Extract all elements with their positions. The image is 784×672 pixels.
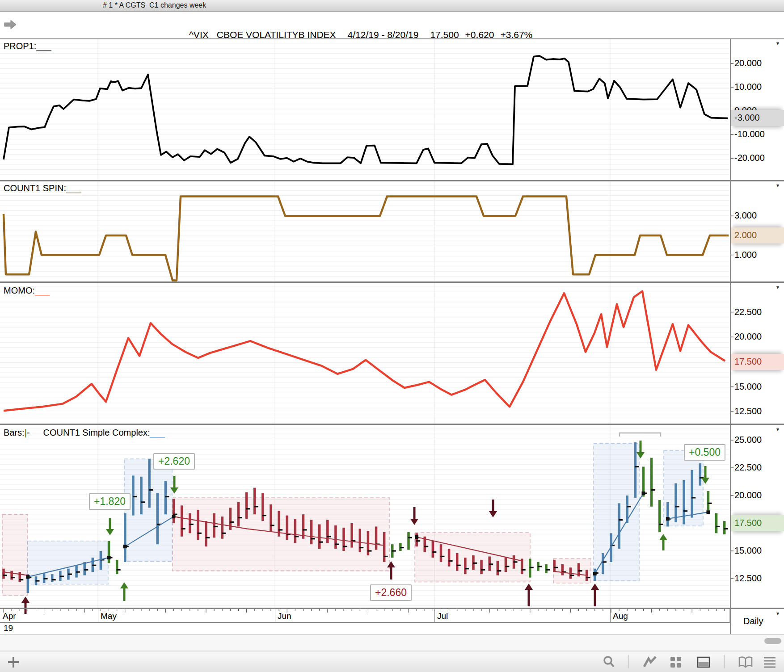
axis-tick-label: 12.500 <box>734 573 762 584</box>
month-row-border <box>0 622 730 623</box>
panel-label-text: PROP1: <box>4 41 36 51</box>
axis-tick-label: 22.500 <box>734 307 762 317</box>
axis-tick-label: -10.000 <box>734 129 765 139</box>
last-price: 17.500 <box>430 29 459 40</box>
price-change: +0.620 <box>465 29 494 40</box>
panel-label-text: ___ <box>66 183 81 193</box>
chart-plot <box>0 0 784 672</box>
price-axis-line <box>730 39 731 634</box>
panel-divider <box>0 608 784 609</box>
axis-tick-label: 10.000 <box>734 82 762 92</box>
month-separator <box>98 609 98 622</box>
axis-tick-label: 3.000 <box>734 210 757 221</box>
panel-label-text: ___ <box>35 286 50 295</box>
instrument-name: CBOE VOLATILITYB INDEX <box>217 29 336 40</box>
split-view-icon[interactable] <box>695 654 712 670</box>
axis-highlight-label: 17.500 <box>734 357 762 367</box>
panel-divider[interactable] <box>0 180 784 181</box>
month-label: Aug <box>613 611 628 621</box>
panel-label-text: ___ <box>150 428 165 437</box>
axis-tick-label: 22.500 <box>734 462 762 473</box>
month-separator <box>434 609 435 622</box>
panel-label-text: Bars: <box>4 428 25 437</box>
axis-tick-label: 20.000 <box>734 490 762 500</box>
axis-highlight-label: 2.000 <box>734 230 757 240</box>
panel-divider[interactable] <box>0 281 784 283</box>
instrument-header: ^VIXCBOE VOLATILITYB INDEX4/12/19 - 8/20… <box>0 12 784 39</box>
axis-highlight-value: 17.500 <box>731 354 784 370</box>
year-label: 19 <box>4 623 13 633</box>
axis-tick-label: 12.500 <box>734 406 762 416</box>
scrollbar-thumb[interactable] <box>764 638 781 644</box>
toolbar-divider <box>628 655 629 668</box>
signal-annotation: +2.620 <box>153 453 195 470</box>
app-window: # 1 * A CGTS C1 changes week ^VIXCBOE VO… <box>0 0 784 672</box>
axis-highlight-label: -3.000 <box>734 113 760 123</box>
panel2-dropdown-icon[interactable]: ▾ <box>776 182 779 189</box>
panel3-dropdown-icon[interactable]: ▾ <box>776 284 779 290</box>
axis-highlight-label: 17.500 <box>734 518 762 528</box>
window-title: # 1 * A CGTS C1 changes week <box>103 1 206 9</box>
book-icon[interactable] <box>738 654 754 670</box>
bottom-toolbar <box>0 651 784 672</box>
panel1-dropdown-icon[interactable]: ▾ <box>776 40 779 46</box>
month-label: Jul <box>437 611 448 621</box>
panel-label-text: COUNT1 Simple Complex: <box>43 428 150 437</box>
list-icon[interactable] <box>762 654 778 670</box>
month-separator <box>275 609 275 622</box>
search-icon[interactable] <box>601 654 617 670</box>
axis-tick-label: 15.000 <box>734 382 762 392</box>
symbol: ^VIX <box>189 29 209 40</box>
panel-label-text: - <box>27 428 30 437</box>
month-label: Apr <box>3 611 16 621</box>
axis-highlight-value: -3.000 <box>731 110 784 126</box>
axis-highlight-value: 2.000 <box>731 227 784 244</box>
signal-annotation: +0.500 <box>684 444 725 461</box>
axis-tick-label: 15.000 <box>734 546 762 556</box>
axis-tick-label: 20.000 <box>734 332 762 342</box>
panel-label-1: PROP1:___ <box>4 41 51 51</box>
scroll-strip <box>0 634 784 651</box>
axis-tick-label: 1.000 <box>734 250 757 260</box>
timeframe-dropdown-icon[interactable]: ▾ <box>776 610 779 617</box>
panel-label-text: MOMO: <box>4 286 35 295</box>
zigzag-chart-icon[interactable] <box>642 654 658 670</box>
panel4-dropdown-icon[interactable]: ▾ <box>776 426 779 433</box>
timeframe-label: Daily <box>743 616 763 626</box>
price-change-pct: +3.67% <box>500 29 532 40</box>
panel-label-text: COUNT1 SPIN: <box>4 183 66 193</box>
toolbar-divider <box>724 655 725 668</box>
grid-view-icon[interactable] <box>668 654 684 670</box>
panel-label-2: COUNT1 SPIN:___ <box>4 183 81 193</box>
signal-annotation: +2.660 <box>370 584 412 601</box>
panel-label-4: Bars:|-COUNT1 Simple Complex:___ <box>4 428 165 438</box>
month-separator <box>729 609 729 622</box>
axis-tick-label: -20.000 <box>734 153 765 163</box>
signal-annotation: +1.820 <box>89 493 131 510</box>
date-range: 4/12/19 - 8/20/19 <box>348 29 419 40</box>
add-plus-icon[interactable] <box>5 654 21 670</box>
month-separator <box>610 609 611 622</box>
panel-divider[interactable] <box>0 424 784 425</box>
panel-label-3: MOMO:___ <box>4 286 50 296</box>
axis-highlight-value: 17.500 <box>731 515 784 531</box>
panel-label-text: ___ <box>36 41 51 51</box>
axis-tick-label: 25.000 <box>734 435 762 445</box>
window-title-bar: # 1 * A CGTS C1 changes week <box>0 0 784 12</box>
axis-tick-label: 20.000 <box>734 58 762 68</box>
forward-arrow-icon[interactable] <box>4 18 17 31</box>
month-label: May <box>101 611 117 621</box>
instrument-summary: ^VIXCBOE VOLATILITYB INDEX4/12/19 - 8/20… <box>173 19 539 51</box>
month-label: Jun <box>278 611 291 621</box>
